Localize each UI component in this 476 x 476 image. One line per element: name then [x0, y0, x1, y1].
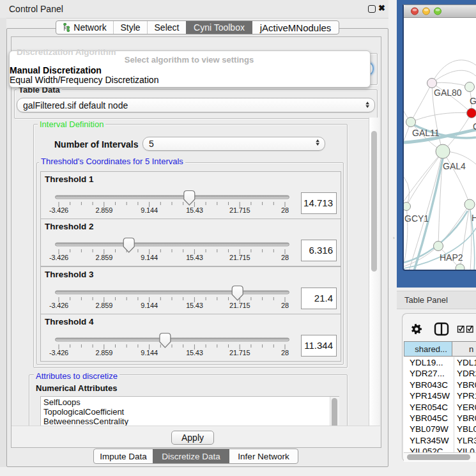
svg-text:GCY1: GCY1: [404, 213, 429, 224]
svg-text:GA: GA: [470, 96, 476, 106]
svg-text:GAL80: GAL80: [434, 88, 462, 98]
svg-text:GAL4: GAL4: [443, 161, 466, 171]
svg-text:GAL11: GAL11: [412, 128, 440, 138]
svg-text:H: H: [472, 213, 476, 223]
svg-text:C: C: [473, 121, 476, 132]
svg-text:HAP2: HAP2: [440, 252, 463, 263]
